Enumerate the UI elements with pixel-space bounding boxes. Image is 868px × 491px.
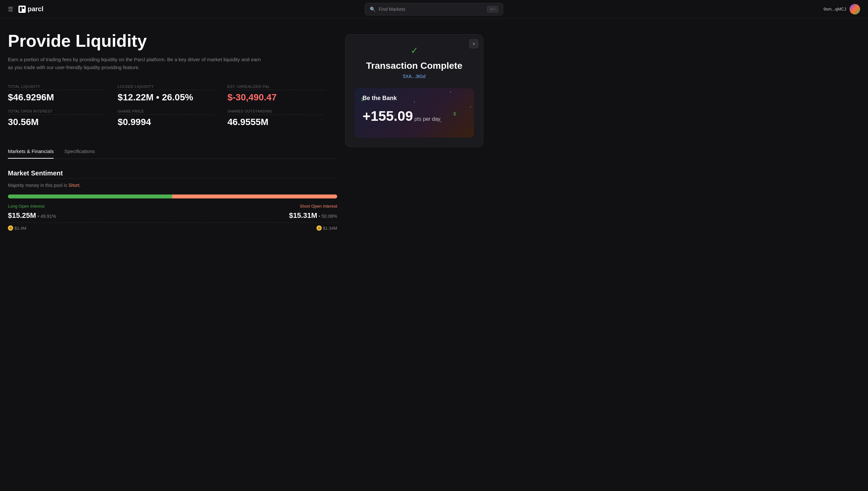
stat-share-price: SHARE PRICE $0.9994	[117, 109, 227, 134]
long-oi-value: $15.25M	[8, 211, 36, 220]
wallet-address[interactable]: 9sm...qMCJ	[823, 7, 846, 11]
market-sentiment-section: Market Sentiment Majority money in this …	[8, 170, 337, 231]
shares-outstanding-value: 46.9555M	[227, 117, 324, 127]
bank-card-value-row: +155.09 pts per day	[363, 108, 466, 124]
locked-liquidity-value: $12.22M • 26.05%	[117, 92, 214, 103]
logo-text: parcl	[28, 5, 44, 13]
bank-value: +155.09	[363, 108, 413, 124]
stat-locked-liquidity: LOCKED LIQUIDITY $12.22M • 26.05%	[117, 85, 227, 109]
est-pnl-value: $-30,490.47	[227, 92, 324, 103]
avatar[interactable]	[849, 4, 860, 15]
tab-markets-financials[interactable]: Markets & Financials	[8, 144, 54, 158]
short-oi-pct: • 50.08%	[319, 213, 337, 219]
bank-card: $ $ Be the Bank +155.09 pts per day	[355, 88, 474, 138]
section-divider	[8, 178, 337, 179]
tab-specifications[interactable]: Specifications	[64, 144, 95, 158]
sentiment-direction: Short.	[68, 183, 81, 188]
est-pnl-label: EST. UNREALIZED P&L	[227, 85, 324, 90]
logo-icon	[19, 6, 26, 13]
bank-card-title: Be the Bank	[363, 95, 466, 102]
long-oi-pct: • 49.91%	[37, 213, 56, 219]
interest-labels-row: Long Open Interest Short Open Interest	[8, 204, 337, 209]
long-coin-icon: ◎	[8, 225, 13, 231]
shares-outstanding-label: SHARES OUTSTANDING	[227, 109, 324, 115]
long-oi-sub: ◎ $1.4M	[8, 225, 26, 231]
short-oi-values: $15.31M • 50.08%	[289, 211, 337, 220]
short-oi-value: $15.31M	[289, 211, 317, 220]
total-oi-label: TOTAL OPEN INTEREST	[8, 109, 104, 115]
logo: parcl	[19, 5, 44, 13]
bank-per-day: per day	[423, 116, 440, 122]
search-icon: 🔍	[370, 7, 375, 12]
stat-shares-outstanding: SHARES OUTSTANDING 46.9555M	[227, 109, 337, 134]
header-right: 9sm...qMCJ	[823, 4, 860, 15]
long-oi-label: Long Open Interest	[8, 204, 45, 209]
share-price-label: SHARE PRICE	[117, 109, 214, 115]
search-input-placeholder: Find Markets	[379, 7, 484, 12]
close-button[interactable]: ×	[469, 39, 478, 48]
locked-liquidity-label: LOCKED LIQUIDITY	[117, 85, 214, 90]
check-icon: ✓	[355, 45, 474, 56]
progress-short	[172, 195, 337, 198]
search-bar[interactable]: 🔍 Find Markets ⌘K	[365, 3, 503, 16]
stats-grid: TOTAL LIQUIDITY $46.9296M LOCKED LIQUIDI…	[8, 85, 337, 134]
svg-rect-0	[20, 7, 22, 11]
header-left: ☰ parcl	[8, 5, 44, 13]
menu-icon[interactable]: ☰	[8, 6, 13, 13]
short-oi-label: Short Open Interest	[300, 204, 337, 209]
header: ☰ parcl 🔍 Find Markets ⌘K 9sm...qMCJ	[0, 0, 868, 19]
svg-rect-1	[22, 7, 24, 9]
short-oi-sub: ◎ $1.34M	[316, 225, 337, 231]
share-price-value: $0.9994	[117, 117, 214, 127]
left-panel: Provide Liquidity Earn a portion of trad…	[8, 32, 337, 233]
right-panel: × ✓ Transaction Complete 5XA...3tGd $ $ …	[345, 32, 483, 233]
page-title: Provide Liquidity	[8, 32, 337, 50]
search-shortcut: ⌘K	[487, 6, 498, 12]
total-liquidity-label: TOTAL LIQUIDITY	[8, 85, 104, 90]
total-oi-value: 30.56M	[8, 117, 104, 127]
page-description: Earn a portion of trading fees by provid…	[8, 56, 265, 71]
transaction-card: × ✓ Transaction Complete 5XA...3tGd $ $ …	[345, 34, 483, 147]
sentiment-subtitle: Majority money in this pool is Short.	[8, 183, 337, 188]
interest-values-row: $15.25M • 49.91% $15.31M • 50.08%	[8, 211, 337, 220]
tabs: Markets & Financials Specifications	[8, 144, 337, 159]
stat-total-oi: TOTAL OPEN INTEREST 30.56M	[8, 109, 117, 134]
stat-total-liquidity: TOTAL LIQUIDITY $46.9296M	[8, 85, 117, 109]
bank-unit: pts	[413, 116, 423, 122]
transaction-hash: 5XA...3tGd	[355, 74, 474, 79]
sentiment-progress-bar	[8, 195, 337, 198]
short-coin-icon: ◎	[316, 225, 322, 231]
progress-long	[8, 195, 172, 198]
main-content: Provide Liquidity Earn a portion of trad…	[0, 19, 868, 241]
market-sentiment-title: Market Sentiment	[8, 170, 337, 177]
interest-sub-row: ◎ $1.4M ◎ $1.34M	[8, 223, 337, 231]
transaction-title: Transaction Complete	[355, 61, 474, 71]
stat-est-pnl: EST. UNREALIZED P&L $-30,490.47	[227, 85, 337, 109]
total-liquidity-value: $46.9296M	[8, 92, 104, 103]
long-oi-values: $15.25M • 49.91%	[8, 211, 56, 220]
